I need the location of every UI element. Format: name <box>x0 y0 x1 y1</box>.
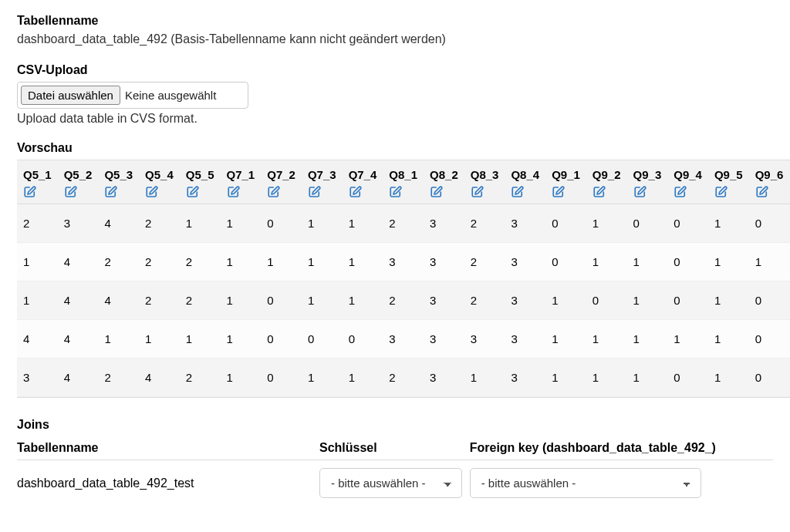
table-cell: 0 <box>261 281 302 320</box>
joins-header-schluessel: Schlüssel <box>319 436 470 460</box>
table-cell: 0 <box>749 359 790 397</box>
column-header: Q5_3 <box>98 160 139 204</box>
table-cell: 0 <box>261 320 302 359</box>
column-header: Q8_1 <box>383 160 424 204</box>
edit-column-icon[interactable] <box>511 184 525 199</box>
column-header: Q5_1 <box>17 160 58 204</box>
column-label: Q7_4 <box>349 168 377 181</box>
table-cell: 0 <box>667 359 708 397</box>
column-header: Q7_3 <box>302 160 343 204</box>
choose-file-button[interactable]: Datei auswählen <box>21 86 120 105</box>
table-row: 234211011232301001000113 <box>17 204 790 243</box>
edit-column-icon[interactable] <box>186 184 200 199</box>
table-cell: 2 <box>180 281 221 320</box>
joins-row: dashboard_data_table_492_test - bitte au… <box>17 460 773 507</box>
file-status-text: Keine ausgewählt <box>125 89 216 102</box>
table-cell: 1 <box>17 243 58 281</box>
table-cell: 3 <box>383 320 424 359</box>
table-cell: 0 <box>302 320 343 359</box>
column-label: Q9_2 <box>592 168 621 181</box>
edit-column-icon[interactable] <box>308 184 322 199</box>
table-cell: 1 <box>586 320 627 359</box>
column-header: Q9_6 <box>749 160 790 204</box>
column-header: Q9_5 <box>708 160 749 204</box>
table-cell: 4 <box>98 204 139 243</box>
table-cell: 2 <box>464 243 505 281</box>
edit-column-icon[interactable] <box>755 184 769 199</box>
column-header: Q9_4 <box>667 160 708 204</box>
table-cell: 0 <box>343 320 383 359</box>
table-cell: 1 <box>261 243 302 281</box>
column-header: Q7_2 <box>261 160 302 204</box>
table-cell: 1 <box>708 281 749 320</box>
table-cell: 4 <box>98 281 139 320</box>
column-label: Q7_3 <box>308 168 336 181</box>
column-label: Q8_3 <box>471 168 499 181</box>
table-cell: 2 <box>383 281 424 320</box>
table-cell: 1 <box>545 320 586 359</box>
edit-column-icon[interactable] <box>104 184 118 199</box>
column-label: Q9_3 <box>633 168 662 181</box>
table-cell: 1 <box>221 281 262 320</box>
table-cell: 1 <box>343 243 383 281</box>
table-cell: 4 <box>58 320 99 359</box>
table-cell: 1 <box>180 320 221 359</box>
edit-column-icon[interactable] <box>227 184 241 199</box>
table-cell: 4 <box>58 359 99 397</box>
edit-column-icon[interactable] <box>674 184 687 199</box>
column-header: Q7_4 <box>343 160 383 204</box>
table-cell: 1 <box>302 281 343 320</box>
table-cell: 3 <box>505 243 545 281</box>
table-cell: 1 <box>221 320 262 359</box>
column-label: Q5_1 <box>23 168 52 181</box>
column-header: Q5_4 <box>139 160 180 204</box>
column-label: Q5_3 <box>104 168 133 181</box>
schluessel-select[interactable]: - bitte auswählen - <box>319 468 462 498</box>
table-cell: 1 <box>667 320 708 359</box>
table-cell: 1 <box>302 204 343 243</box>
table-cell: 1 <box>343 204 383 243</box>
edit-column-icon[interactable] <box>633 184 647 199</box>
table-cell: 3 <box>505 204 545 243</box>
table-cell: 2 <box>17 204 58 243</box>
tablename-value: dashboard_data_table_492 (Basis-Tabellen… <box>17 32 773 46</box>
table-cell: 3 <box>464 320 505 359</box>
column-label: Q7_1 <box>227 168 255 181</box>
column-header: Q8_2 <box>424 160 464 204</box>
file-input-wrapper[interactable]: Datei auswählen Keine ausgewählt <box>17 82 248 109</box>
table-row: 44111100033331111100019 <box>17 320 790 359</box>
table-cell: 2 <box>98 359 139 397</box>
table-cell: 0 <box>667 243 708 281</box>
table-cell: 1 <box>708 359 749 397</box>
table-cell: 1 <box>545 359 586 397</box>
table-cell: 0 <box>261 359 302 397</box>
edit-column-icon[interactable] <box>552 184 565 199</box>
table-cell: 0 <box>667 204 708 243</box>
joins-table: Tabellenname Schlüssel Foreign key (dash… <box>17 436 773 506</box>
edit-column-icon[interactable] <box>23 184 37 199</box>
column-header: Q9_1 <box>545 160 586 204</box>
table-cell: 3 <box>383 243 424 281</box>
foreignkey-select[interactable]: - bitte auswählen - <box>470 468 701 498</box>
column-label: Q9_1 <box>552 168 580 181</box>
edit-column-icon[interactable] <box>64 184 78 199</box>
table-cell: 1 <box>98 320 139 359</box>
table-cell: 0 <box>627 204 668 243</box>
edit-column-icon[interactable] <box>349 184 363 199</box>
table-cell: 1 <box>586 243 627 281</box>
table-cell: 1 <box>221 359 262 397</box>
edit-column-icon[interactable] <box>267 184 281 199</box>
preview-table: Q5_1Q5_2Q5_3Q5_4Q5_5Q7_1Q7_2Q7_3Q7_4Q8_1… <box>17 160 790 397</box>
edit-column-icon[interactable] <box>714 184 728 199</box>
table-cell: 1 <box>586 204 627 243</box>
table-cell: 2 <box>464 204 505 243</box>
table-cell: 2 <box>383 359 424 397</box>
edit-column-icon[interactable] <box>145 184 159 199</box>
column-label: Q7_2 <box>267 168 295 181</box>
edit-column-icon[interactable] <box>471 184 484 199</box>
edit-column-icon[interactable] <box>430 184 444 199</box>
edit-column-icon[interactable] <box>592 184 606 199</box>
edit-column-icon[interactable] <box>389 184 403 199</box>
table-cell: 2 <box>180 243 221 281</box>
table-cell: 1 <box>627 243 668 281</box>
